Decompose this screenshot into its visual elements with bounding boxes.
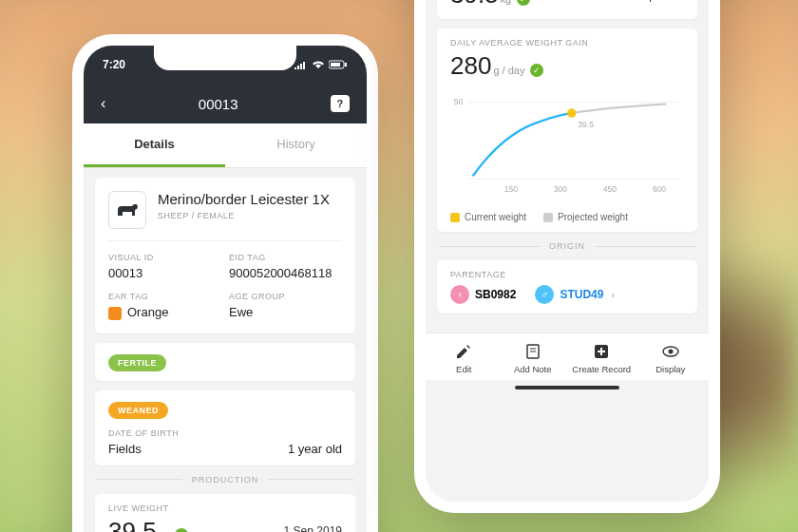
nav-header: ‹ 00013 ?: [84, 84, 367, 124]
weaned-badge: WEANED: [108, 402, 168, 419]
gain-value: 280: [450, 51, 491, 80]
parentage-label: PARENTAGE: [450, 270, 684, 279]
edit-button[interactable]: Edit: [429, 343, 499, 374]
chart-legend: Current weight Projected weight: [450, 212, 684, 222]
visual-id-value: 00013: [108, 266, 221, 280]
tab-history[interactable]: History: [225, 124, 367, 167]
ear-tag-value: Orange: [108, 305, 221, 320]
fertile-card: FERTILE: [95, 343, 355, 381]
eid-label: EID TAG: [229, 253, 342, 262]
svg-rect-1: [331, 63, 340, 66]
animal-name: Merino/border Leicester 1X: [158, 191, 330, 207]
svg-rect-2: [345, 63, 347, 66]
svg-text:450: 450: [603, 184, 617, 194]
fertile-badge: FERTILE: [108, 354, 166, 371]
weight-value-r: 39.5: [450, 0, 499, 9]
weight-date-r: 1 Sep 2019: [626, 0, 684, 2]
weight-card-right: LIVE WEIGHT 39.5kg✓ 1 Sep 2019: [437, 0, 697, 19]
legend-current: Current weight: [465, 212, 526, 222]
wifi-icon: [312, 60, 325, 69]
weight-label: LIVE WEIGHT: [108, 504, 342, 513]
eid-value: 900052000468118: [229, 266, 342, 280]
weight-card-left: LIVE WEIGHT 39.5kg✓ 1 Sep 2019: [95, 494, 355, 532]
chevron-right-icon: ›: [611, 290, 614, 300]
age-group-label: AGE GROUP: [229, 292, 342, 301]
status-icons: [294, 60, 348, 69]
animal-card: Merino/border Leicester 1X SHEEP / FEMAL…: [95, 178, 355, 333]
legend-projected-swatch: [543, 213, 553, 222]
birth-location: Fields: [108, 442, 142, 456]
check-icon-g: ✓: [530, 64, 543, 77]
animal-icon: [108, 191, 146, 229]
gain-card: DAILY AVERAGE WEIGHT GAIN 280g / day✓ 50…: [437, 28, 697, 232]
svg-text:150: 150: [504, 184, 518, 194]
bottom-toolbar: Edit Add Note Create Record Display: [426, 332, 709, 380]
birth-card: WEANED DATE OF BIRTH Fields1 year old: [95, 390, 355, 466]
svg-point-6: [567, 108, 576, 117]
weight-value: 39.5: [108, 517, 157, 532]
home-indicator[interactable]: [515, 386, 619, 390]
notch: [154, 46, 296, 70]
svg-text:300: 300: [554, 184, 567, 194]
signal-icon: [294, 60, 308, 69]
animal-subtitle: SHEEP / FEMALE: [158, 211, 330, 220]
svg-point-16: [668, 350, 673, 354]
gain-label: DAILY AVERAGE WEIGHT GAIN: [450, 38, 684, 48]
visual-id-label: VISUAL ID: [108, 253, 221, 262]
phone-frame-right: DATE OF BIRTH Fields1 year old PRODUCTIO…: [414, 0, 720, 513]
tab-details[interactable]: Details: [84, 124, 225, 167]
check-icon: ✓: [175, 528, 188, 532]
legend-current-swatch: [450, 213, 460, 222]
ear-tag-label: EAR TAG: [108, 292, 221, 301]
origin-divider: ORIGIN: [439, 241, 695, 251]
legend-projected: Projected weight: [558, 212, 628, 222]
help-button[interactable]: ?: [331, 95, 350, 112]
add-note-button[interactable]: Add Note: [499, 343, 568, 374]
create-record-button[interactable]: Create Record: [567, 343, 636, 374]
chart-marker-label: 39.5: [578, 120, 594, 129]
female-icon: ♀: [450, 285, 469, 304]
page-title: 00013: [199, 96, 238, 112]
parentage-card: PARENTAGE ♀SB0982 ♂STUD49›: [437, 260, 697, 314]
battery-icon: [329, 60, 348, 69]
tabs: Details History: [84, 124, 367, 168]
status-time: 7:20: [103, 58, 125, 71]
parent-father[interactable]: ♂STUD49›: [535, 285, 614, 304]
birth-age: 1 year old: [288, 442, 342, 456]
dob-label: DATE OF BIRTH: [108, 428, 342, 438]
svg-text:50: 50: [454, 97, 464, 106]
display-button[interactable]: Display: [636, 343, 706, 374]
gain-unit: g / day: [493, 65, 524, 76]
ear-tag-swatch: [108, 307, 122, 320]
weight-chart: 50 39.5 150 300 450 600: [450, 90, 684, 204]
male-icon: ♂: [535, 285, 554, 304]
back-button[interactable]: ‹: [101, 95, 105, 112]
svg-text:600: 600: [653, 184, 666, 194]
age-group-value: Ewe: [229, 305, 342, 319]
weight-date: 1 Sep 2019: [284, 524, 342, 532]
parent-mother[interactable]: ♀SB0982: [450, 285, 516, 304]
weight-unit-r: kg: [501, 0, 512, 5]
production-divider: PRODUCTION: [97, 475, 353, 484]
check-icon-r: ✓: [517, 0, 530, 6]
phone-frame-left: 7:20 ‹ 00013 ? Details History Merino/bo…: [72, 34, 378, 532]
